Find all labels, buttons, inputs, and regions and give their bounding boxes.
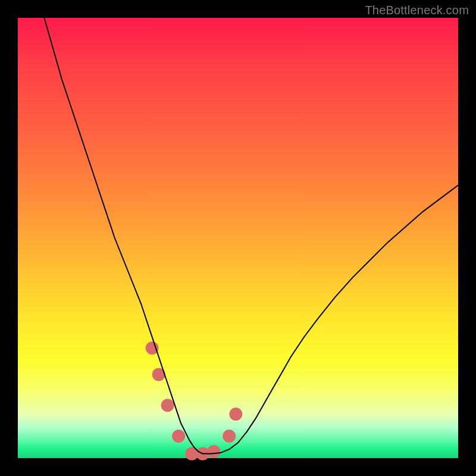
bottleneck-curve	[44, 18, 458, 454]
highlight-marker	[172, 430, 185, 443]
watermark-text: TheBottleneck.com	[365, 4, 469, 17]
highlight-marker	[161, 399, 174, 412]
highlight-marker	[223, 430, 236, 443]
chart-frame: TheBottleneck.com	[0, 0, 476, 476]
highlight-marker	[229, 408, 242, 421]
plot-area	[18, 18, 458, 458]
chart-svg	[18, 18, 458, 458]
highlight-marker	[207, 445, 220, 458]
